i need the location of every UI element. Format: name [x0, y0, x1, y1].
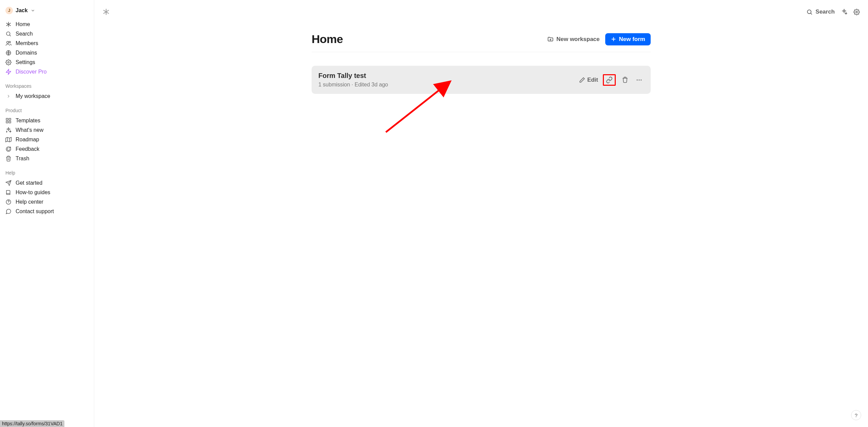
delete-button[interactable]: [620, 75, 630, 84]
nav-label: Contact support: [16, 208, 54, 215]
user-menu[interactable]: J Jack: [0, 4, 94, 19]
pencil-icon: [579, 77, 585, 83]
avatar: J: [5, 7, 13, 14]
svg-line-27: [811, 13, 812, 15]
product-heading: Product: [0, 102, 94, 115]
nav-label: Help center: [16, 199, 43, 205]
user-name: Jack: [16, 7, 28, 14]
svg-rect-11: [6, 118, 8, 120]
nav-how-to-guides[interactable]: How-to guides: [3, 188, 91, 197]
map-icon: [5, 137, 12, 143]
svg-point-9: [8, 62, 9, 63]
nav-workspaces: My workspace: [0, 91, 94, 102]
sidebar: J Jack Home Search Members: [0, 0, 94, 427]
content-header: Home New workspace New form: [312, 33, 651, 52]
edit-button[interactable]: Edit: [579, 77, 598, 83]
form-card[interactable]: Form Tally test 1 submission · Edited 3d…: [312, 66, 651, 94]
workspaces-heading: Workspaces: [0, 77, 94, 91]
gear-icon: [5, 59, 12, 65]
nav-templates[interactable]: Templates: [3, 116, 91, 125]
sparkle-icon[interactable]: [841, 9, 847, 15]
nav-whats-new[interactable]: What's new: [3, 125, 91, 135]
main: Search Home New workspace: [94, 0, 868, 427]
form-card-actions: Edit: [579, 74, 644, 86]
new-form-button[interactable]: New form: [605, 33, 651, 45]
topbar-search[interactable]: Search: [806, 8, 835, 15]
svg-point-33: [637, 79, 638, 80]
svg-marker-10: [6, 69, 11, 75]
globe-icon: [5, 50, 12, 56]
nav-main: Home Search Members Domains Settings: [0, 19, 94, 77]
share-link-button[interactable]: [603, 74, 616, 86]
svg-point-3: [6, 32, 10, 36]
svg-point-35: [640, 79, 642, 80]
svg-rect-13: [6, 121, 8, 123]
folder-plus-icon: [547, 36, 554, 42]
nav-contact-support[interactable]: Contact support: [3, 207, 91, 216]
target-icon: [5, 146, 12, 152]
bolt-icon: [5, 69, 12, 75]
help-fab[interactable]: ?: [851, 410, 861, 420]
svg-marker-15: [6, 137, 12, 142]
nav-help: Get started How-to guides Help center Co…: [0, 178, 94, 217]
send-icon: [5, 180, 12, 186]
form-meta: 1 submission · Edited 3d ago: [318, 82, 388, 88]
new-workspace-label: New workspace: [556, 36, 600, 43]
nav-help-center[interactable]: Help center: [3, 197, 91, 207]
nav-home[interactable]: Home: [3, 20, 91, 29]
help-heading: Help: [0, 164, 94, 178]
svg-point-5: [7, 41, 9, 43]
content: Home New workspace New form F: [312, 33, 651, 94]
nav-label: What's new: [16, 127, 43, 133]
topbar-right: Search: [806, 8, 860, 15]
users-icon: [5, 40, 12, 46]
sparkle-icon: [5, 127, 12, 133]
nav-label: Templates: [16, 118, 40, 124]
book-icon: [5, 189, 12, 196]
gear-icon[interactable]: [853, 9, 860, 15]
nav-product: Templates What's new Roadmap Feedback Tr…: [0, 115, 94, 164]
svg-point-34: [639, 79, 640, 80]
workspace-item[interactable]: My workspace: [3, 92, 91, 101]
nav-get-started[interactable]: Get started: [3, 178, 91, 188]
nav-roadmap[interactable]: Roadmap: [3, 135, 91, 144]
help-fab-label: ?: [855, 412, 857, 418]
new-form-label: New form: [619, 36, 645, 43]
plus-icon: [611, 36, 616, 42]
topbar: Search: [94, 0, 868, 19]
nav-feedback[interactable]: Feedback: [3, 144, 91, 154]
nav-discover-pro[interactable]: Discover Pro: [3, 67, 91, 77]
nav-label: Search: [16, 31, 33, 37]
topbar-search-label: Search: [815, 8, 835, 15]
nav-label: How-to guides: [16, 189, 50, 196]
nav-search[interactable]: Search: [3, 29, 91, 39]
trash-icon: [622, 77, 628, 83]
svg-point-6: [9, 41, 11, 43]
nav-domains[interactable]: Domains: [3, 48, 91, 58]
svg-line-4: [9, 35, 11, 36]
nav-label: Home: [16, 21, 30, 27]
grid-icon: [5, 118, 12, 124]
chevron-right-icon: [5, 94, 12, 99]
nav-label: Members: [16, 40, 38, 46]
link-icon: [606, 77, 613, 83]
form-title: Form Tally test: [318, 72, 388, 80]
nav-settings[interactable]: Settings: [3, 58, 91, 67]
dots-icon: [636, 77, 643, 83]
edit-label: Edit: [587, 77, 598, 83]
status-bar-url: https://tally.so/forms/31VAD1: [0, 420, 64, 427]
nav-label: Trash: [16, 156, 29, 162]
form-card-info: Form Tally test 1 submission · Edited 3d…: [318, 72, 388, 88]
help-circle-icon: [5, 199, 12, 205]
nav-members[interactable]: Members: [3, 39, 91, 48]
nav-trash[interactable]: Trash: [3, 154, 91, 163]
more-button[interactable]: [634, 75, 644, 85]
new-workspace-button[interactable]: New workspace: [547, 36, 600, 43]
search-icon: [5, 31, 12, 37]
nav-label: Domains: [16, 50, 37, 56]
search-icon: [806, 9, 813, 15]
topbar-left: [102, 8, 110, 16]
svg-point-28: [856, 11, 857, 13]
nav-label: Roadmap: [16, 137, 39, 143]
logo-asterisk-icon[interactable]: [102, 8, 110, 16]
